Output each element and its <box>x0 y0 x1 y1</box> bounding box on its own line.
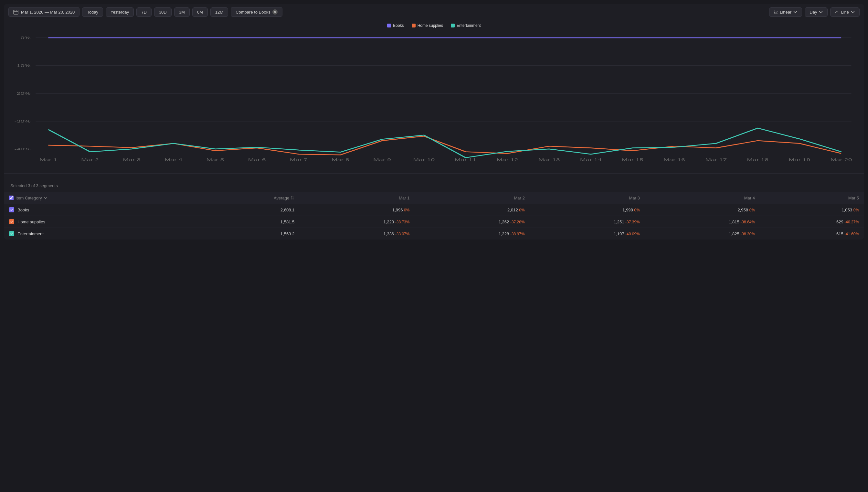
compare-label: Compare to Books <box>236 10 271 15</box>
category-col-label: Item Category <box>16 196 42 200</box>
mar5-pct-2: -41.60% <box>844 232 859 236</box>
toolbar: Mar 1, 2020 — Mar 20, 2020 Today Yesterd… <box>4 4 864 20</box>
segment-name-cell-0: Books <box>4 204 187 216</box>
svg-text:Mar 16: Mar 16 <box>663 158 685 162</box>
segment-checkbox-1[interactable] <box>9 219 14 224</box>
table-header-info: Selected 3 of 3 segments <box>4 182 864 192</box>
entertainment-color-dot <box>451 24 455 27</box>
table-section: Selected 3 of 3 segments Item Category <box>4 177 864 240</box>
mar1-pct-2: -33.07% <box>395 232 410 236</box>
svg-text:-20%: -20% <box>14 91 30 96</box>
svg-text:Mar 20: Mar 20 <box>831 158 852 162</box>
7d-button[interactable]: 7D <box>136 7 152 17</box>
checkmark-icon <box>10 220 13 223</box>
chart-container: Books Home supplies Entertainment <box>4 20 864 174</box>
chart-svg-wrapper: 0% -10% -20% -30% -40% Mar 1 Mar 2 Mar 3… <box>4 29 864 168</box>
checkmark-icon <box>10 208 13 211</box>
compare-close-icon[interactable]: ✕ <box>273 9 278 15</box>
day-dropdown[interactable]: Day <box>805 7 827 17</box>
svg-text:-40%: -40% <box>14 147 30 151</box>
svg-text:-10%: -10% <box>14 64 30 68</box>
svg-rect-0 <box>14 10 18 14</box>
segment-name-cell-2: Entertainment <box>4 228 187 240</box>
mar4-column-header: Mar 4 <box>645 192 760 204</box>
entertainment-line <box>48 128 841 157</box>
mar3-pct-2: -40.09% <box>625 232 640 236</box>
average-cell-0: 2,608.1 <box>187 204 300 216</box>
mar4-col-label: Mar 4 <box>744 196 755 200</box>
date-range-button[interactable]: Mar 1, 2020 — Mar 20, 2020 <box>8 7 79 17</box>
legend-home-supplies: Home supplies <box>412 23 443 28</box>
legend-books: Books <box>387 23 404 28</box>
segment-name-cell-1: Home supplies <box>4 216 187 228</box>
average-cell-1: 1,581.5 <box>187 216 300 228</box>
6m-button[interactable]: 6M <box>192 7 208 17</box>
svg-text:Mar 4: Mar 4 <box>164 158 182 162</box>
svg-text:Mar 2: Mar 2 <box>81 158 99 162</box>
mar5-cell-1: 629 -40.27% <box>760 216 864 228</box>
legend-entertainment: Entertainment <box>451 23 481 28</box>
compare-button[interactable]: Compare to Books ✕ <box>231 7 282 17</box>
mar4-pct-0: 0% <box>749 208 755 213</box>
segment-checkbox-0[interactable] <box>9 207 14 213</box>
svg-text:Mar 12: Mar 12 <box>496 158 518 162</box>
svg-text:0%: 0% <box>21 35 31 40</box>
mar4-cell-1: 1,815 -38.64% <box>645 216 760 228</box>
mar5-cell-0: 1,053 0% <box>760 204 864 216</box>
mar5-pct-0: 0% <box>853 208 859 213</box>
mar1-cell-0: 1,996 0% <box>300 204 415 216</box>
mar2-pct-1: -37.28% <box>510 220 525 224</box>
svg-text:Mar 17: Mar 17 <box>705 158 727 162</box>
segment-checkbox-2[interactable] <box>9 231 14 236</box>
svg-text:Mar 15: Mar 15 <box>622 158 643 162</box>
mar1-cell-1: 1,223 -38.73% <box>300 216 415 228</box>
sort-icon: ⇅ <box>290 195 295 200</box>
svg-text:Mar 6: Mar 6 <box>248 158 266 162</box>
table-row: Entertainment 1,563.2 1,336 -33.07% 1,22… <box>4 228 864 240</box>
table-row: Books 2,608.1 1,996 0% 2,012 0% 1,998 0%… <box>4 204 864 216</box>
home-supplies-line <box>48 136 841 155</box>
mar3-pct-1: -37.39% <box>625 220 640 224</box>
12m-button[interactable]: 12M <box>210 7 228 17</box>
category-column-header[interactable]: Item Category <box>4 192 187 204</box>
data-table: Item Category Average ⇅ Mar 1 <box>4 192 864 240</box>
linear-label: Linear <box>780 10 791 15</box>
mar2-cell-0: 2,012 0% <box>415 204 530 216</box>
svg-text:Mar 8: Mar 8 <box>332 158 349 162</box>
main-chart: 0% -10% -20% -30% -40% Mar 1 Mar 2 Mar 3… <box>10 29 858 168</box>
30d-button[interactable]: 30D <box>154 7 172 17</box>
chevron-down-icon <box>793 10 797 14</box>
yesterday-button[interactable]: Yesterday <box>106 7 134 17</box>
mar3-col-label: Mar 3 <box>629 196 640 200</box>
mar1-cell-2: 1,336 -33.07% <box>300 228 415 240</box>
mar1-col-label: Mar 1 <box>399 196 409 200</box>
calendar-icon <box>13 9 19 15</box>
segment-name-1: Home supplies <box>18 220 45 224</box>
svg-text:Mar 10: Mar 10 <box>413 158 435 162</box>
mar2-cell-1: 1,262 -37.28% <box>415 216 530 228</box>
mar3-pct-0: 0% <box>634 208 640 213</box>
svg-text:Mar 1: Mar 1 <box>40 158 57 162</box>
svg-text:Mar 5: Mar 5 <box>206 158 224 162</box>
average-column-header[interactable]: Average ⇅ <box>187 192 300 204</box>
mar2-cell-2: 1,228 -38.97% <box>415 228 530 240</box>
3m-button[interactable]: 3M <box>174 7 190 17</box>
line-label: Line <box>841 10 849 15</box>
chart-legend: Books Home supplies Entertainment <box>4 20 864 29</box>
linear-dropdown[interactable]: Linear <box>769 7 802 17</box>
svg-text:Mar 18: Mar 18 <box>747 158 768 162</box>
mar4-cell-0: 2,958 0% <box>645 204 760 216</box>
mar4-pct-2: -38.30% <box>740 232 755 236</box>
average-cell-2: 1,563.2 <box>187 228 300 240</box>
chevron-down-icon-2 <box>819 10 823 14</box>
mar2-pct-0: 0% <box>519 208 525 213</box>
mar3-cell-1: 1,251 -37.39% <box>530 216 645 228</box>
today-button[interactable]: Today <box>82 7 103 17</box>
line-chart-icon <box>835 10 839 14</box>
select-all-checkbox[interactable] <box>9 196 14 200</box>
date-range-label: Mar 1, 2020 — Mar 20, 2020 <box>21 10 75 15</box>
line-dropdown[interactable]: Line <box>830 7 860 17</box>
home-color-dot <box>412 24 415 27</box>
mar5-pct-1: -40.27% <box>844 220 859 224</box>
mar2-column-header: Mar 2 <box>415 192 530 204</box>
